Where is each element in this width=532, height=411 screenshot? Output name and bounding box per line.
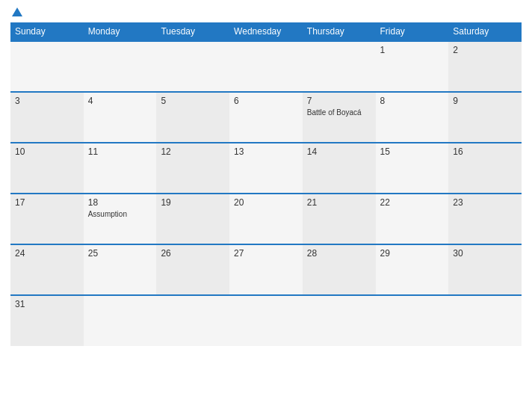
day-event: Assumption	[88, 209, 152, 219]
calendar-week-row: 24252627282930	[10, 244, 522, 295]
calendar-cell: 27	[229, 244, 303, 295]
day-number: 9	[453, 96, 517, 106]
calendar-cell: 12	[156, 143, 229, 194]
calendar-cell: 1	[376, 41, 449, 92]
calendar-cell: 13	[229, 143, 303, 194]
calendar-cell: 22	[376, 194, 449, 244]
calendar-cell: 29	[376, 244, 449, 295]
logo	[10, 7, 22, 16]
day-number: 23	[453, 197, 517, 208]
calendar-cell	[303, 295, 376, 346]
day-number: 8	[380, 96, 445, 106]
calendar-cell: 31	[10, 295, 84, 346]
day-number: 30	[453, 248, 517, 259]
day-event: Battle of Boyacá	[307, 108, 371, 117]
calendar-cell: 2	[448, 41, 522, 92]
calendar-cell: 23	[448, 194, 522, 244]
calendar-cell: 5	[156, 92, 229, 143]
calendar-cell: 3	[10, 92, 84, 143]
day-number: 17	[15, 197, 79, 208]
calendar-cell	[156, 41, 229, 92]
calendar-cell: 7Battle of Boyacá	[303, 92, 376, 143]
day-number: 25	[88, 248, 152, 259]
day-number: 22	[380, 197, 445, 208]
calendar-cell	[229, 295, 303, 346]
calendar-cell	[448, 295, 522, 346]
day-number: 31	[15, 299, 79, 309]
calendar-week-row: 31	[10, 295, 522, 346]
calendar-cell: 19	[156, 194, 229, 244]
day-number: 16	[453, 146, 517, 157]
calendar-cell: 26	[156, 244, 229, 295]
weekday-header: Friday	[376, 22, 449, 41]
calendar-table: SundayMondayTuesdayWednesdayThursdayFrid…	[10, 22, 522, 346]
calendar-cell: 21	[303, 194, 376, 244]
day-number: 5	[161, 96, 225, 106]
day-number: 13	[234, 146, 298, 157]
calendar-cell	[156, 295, 229, 346]
day-number: 10	[15, 146, 79, 157]
calendar-week-row: 34567Battle of Boyacá89	[10, 92, 522, 143]
calendar-week-row: 10111213141516	[10, 143, 522, 194]
calendar-cell: 16	[448, 143, 522, 194]
weekday-header: Monday	[84, 22, 157, 41]
day-number: 15	[380, 146, 445, 157]
calendar-cell: 15	[376, 143, 449, 194]
logo-triangle-icon	[12, 7, 22, 16]
day-number: 14	[307, 146, 371, 157]
weekday-header-row: SundayMondayTuesdayWednesdayThursdayFrid…	[10, 22, 522, 41]
weekday-header: Wednesday	[229, 22, 303, 41]
calendar-week-row: 12	[10, 41, 522, 92]
weekday-header: Sunday	[10, 22, 84, 41]
calendar-cell: 17	[10, 194, 84, 244]
calendar-cell: 9	[448, 92, 522, 143]
calendar-cell: 24	[10, 244, 84, 295]
calendar-cell: 28	[303, 244, 376, 295]
day-number: 27	[234, 248, 298, 259]
weekday-header: Saturday	[448, 22, 522, 41]
calendar-cell: 11	[84, 143, 157, 194]
calendar-cell	[229, 41, 303, 92]
day-number: 2	[453, 45, 517, 55]
day-number: 18	[88, 197, 152, 208]
day-number: 28	[307, 248, 371, 259]
day-number: 19	[161, 197, 225, 208]
day-number: 29	[380, 248, 445, 259]
calendar-cell: 18Assumption	[84, 194, 157, 244]
calendar-cell	[84, 295, 157, 346]
weekday-header: Tuesday	[156, 22, 229, 41]
day-number: 1	[380, 45, 445, 55]
calendar-cell: 25	[84, 244, 157, 295]
weekday-header: Thursday	[303, 22, 376, 41]
calendar-cell	[84, 41, 157, 92]
calendar-cell: 30	[448, 244, 522, 295]
day-number: 6	[234, 96, 298, 106]
calendar-cell: 4	[84, 92, 157, 143]
calendar-week-row: 1718Assumption1920212223	[10, 194, 522, 244]
calendar-cell	[10, 41, 84, 92]
calendar-cell: 6	[229, 92, 303, 143]
day-number: 3	[15, 96, 79, 106]
calendar-cell: 8	[376, 92, 449, 143]
day-number: 21	[307, 197, 371, 208]
day-number: 12	[161, 146, 225, 157]
day-number: 20	[234, 197, 298, 208]
calendar-cell: 14	[303, 143, 376, 194]
header	[10, 7, 522, 16]
day-number: 4	[88, 96, 152, 106]
calendar-cell	[376, 295, 449, 346]
day-number: 24	[15, 248, 79, 259]
day-number: 7	[307, 96, 371, 106]
calendar-cell	[303, 41, 376, 92]
day-number: 11	[88, 146, 152, 157]
day-number: 26	[161, 248, 225, 259]
calendar-page: SundayMondayTuesdayWednesdayThursdayFrid…	[0, 0, 532, 411]
calendar-cell: 20	[229, 194, 303, 244]
calendar-cell: 10	[10, 143, 84, 194]
